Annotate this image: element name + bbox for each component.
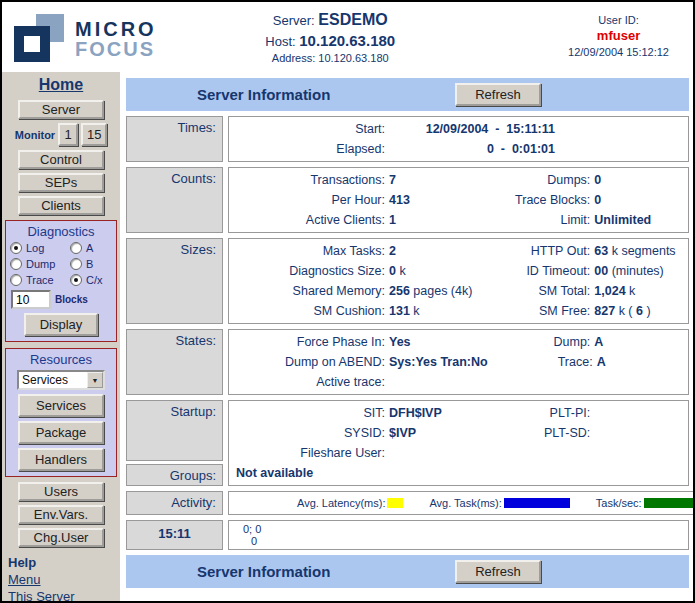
task-sec-swatch (644, 498, 693, 508)
field-value: 1 (389, 213, 396, 227)
field-label: Active trace: (235, 375, 385, 389)
seps-button[interactable]: SEPs (18, 173, 104, 192)
radio-trace-label: Trace (26, 274, 54, 286)
field-value: $IVP (389, 426, 416, 440)
row-history: 15:110; 00 (126, 520, 689, 550)
resources-select[interactable]: Services ▼ (17, 370, 105, 390)
radio-log-icon[interactable] (10, 242, 22, 254)
field-line: Transactions:7Dumps:0 (235, 170, 682, 190)
info-rows: Times:Start:12/09/2004 - 15:11:11Elapsed… (126, 116, 689, 555)
radio-trace[interactable]: Trace (10, 274, 70, 286)
envvars-button[interactable]: Env.Vars. (18, 505, 104, 524)
field-value: 0 (389, 264, 396, 278)
field-value: 12/09/2004 - 15:11:11 (426, 122, 555, 136)
field-value: Unlimited (594, 213, 651, 227)
blocks-input[interactable] (11, 290, 51, 309)
monitor-1-button[interactable]: 1 (58, 123, 78, 146)
field-line: Force Phase In:YesDump:A (235, 332, 682, 352)
row-states: States:Force Phase In:YesDump:ADump on A… (126, 329, 689, 395)
times-label: Times: (126, 116, 223, 162)
row-counts-content: Transactions:7Dumps:0Per Hour:413Trace B… (228, 167, 689, 233)
field-value: 00 (594, 264, 608, 278)
field-value-group: 1 (385, 213, 396, 227)
radio-cx-label: C/x (86, 274, 103, 286)
field-value-group: 0 (590, 173, 601, 187)
clients-button[interactable]: Clients (18, 196, 104, 215)
control-button[interactable]: Control (18, 150, 104, 169)
task-sec-legend: Task/sec: (596, 497, 693, 509)
field-label: HTTP Out: (485, 244, 590, 258)
radio-dump-icon[interactable] (10, 258, 22, 270)
header: MICRO FOCUS Server: ESDEMO Host: 10.120.… (2, 2, 693, 72)
services-button[interactable]: Services (18, 394, 104, 417)
host-line: Host: 10.120.63.180 (265, 32, 395, 49)
field-value: k (410, 304, 420, 318)
menu-link[interactable]: Menu (8, 572, 41, 587)
this-server-link[interactable]: This Server (8, 589, 74, 601)
handlers-button[interactable]: Handlers (18, 448, 104, 471)
chevron-down-icon[interactable]: ▼ (87, 372, 103, 388)
field-value: 256 (389, 284, 410, 298)
resources-panel: Resources Services ▼ Services Package Ha… (5, 348, 117, 477)
package-button[interactable]: Package (18, 421, 104, 444)
radio-cx[interactable]: C/x (70, 274, 112, 286)
sidebar: Home Server Monitor 1 15 Control SEPs Cl… (2, 72, 120, 601)
users-button[interactable]: Users (18, 482, 104, 501)
server-button[interactable]: Server (18, 100, 104, 119)
address-line: Address: 10.120.63.180 (265, 52, 395, 64)
field-label: PLT-SD: (485, 426, 590, 440)
radio-dump-label: Dump (26, 258, 55, 270)
login-timestamp: 12/09/2004 15:12:12 (568, 46, 669, 58)
logo-text-focus: FOCUS (75, 39, 157, 59)
field-value-group: 12/09/2004 - 15:11:11 (385, 122, 555, 136)
field-value: A (597, 355, 606, 369)
field-value-group: 1,024 k (590, 284, 635, 298)
logo-square-dark (14, 26, 50, 62)
radio-cx-icon[interactable] (70, 274, 82, 286)
avg-task-legend: Avg. Task(ms): (429, 497, 569, 509)
avg-latency-legend: Avg. Latency(ms): (297, 497, 403, 509)
field-line: Per Hour:413Trace Blocks:0 (235, 190, 682, 210)
field-line: Start:12/09/2004 - 15:11:11 (235, 119, 682, 139)
startup-label: Startup: (126, 400, 223, 461)
field-value: DFH$IVP (389, 406, 442, 420)
sizes-label: Sizes: (126, 238, 223, 324)
field-value: k ( (615, 304, 636, 318)
field-value-group: 0 k (385, 264, 406, 278)
field-label: SM Free: (485, 304, 590, 318)
radio-trace-icon[interactable] (10, 274, 22, 286)
field-value-group: 7 (385, 173, 396, 187)
radio-a[interactable]: A (70, 242, 112, 254)
row-sizes-content: Max Tasks:2HTTP Out:63 k segmentsDiagnos… (228, 238, 689, 324)
user-id-label: User ID: (568, 14, 669, 26)
refresh-button-top[interactable]: Refresh (455, 83, 541, 106)
server-label: Server: (273, 13, 315, 28)
field-value: 0 (594, 173, 601, 187)
radio-dump[interactable]: Dump (10, 258, 70, 270)
display-button[interactable]: Display (24, 313, 98, 336)
refresh-button-bottom[interactable]: Refresh (455, 560, 541, 583)
radio-a-icon[interactable] (70, 242, 82, 254)
field-value: 7 (389, 173, 396, 187)
field-value-group: 131 k (385, 304, 420, 318)
field-label: ID Timeout: (485, 264, 590, 278)
field-line: SM Cushion:131 kSM Free:827 k ( 6 ) (235, 301, 682, 321)
field-value-group: 0 (590, 193, 601, 207)
server-line: Server: ESDEMO (265, 11, 395, 29)
radio-log[interactable]: Log (10, 242, 70, 254)
field-label: Dump on ABEND: (235, 355, 385, 369)
field-label: Elapsed: (235, 142, 385, 156)
field-label: Trace Blocks: (485, 193, 590, 207)
radio-b[interactable]: B (70, 258, 112, 270)
row-startup-labels: Startup:Groups: (126, 400, 223, 486)
field-line: Elapsed:0 - 0:01:01 (235, 139, 682, 159)
field-label: SIT: (235, 406, 385, 420)
home-link[interactable]: Home (39, 76, 83, 94)
field-line: Diagnostics Size:0 kID Timeout:00 (minut… (235, 261, 682, 281)
field-value: 827 (594, 304, 615, 318)
field-value: 131 (389, 304, 410, 318)
chguser-button[interactable]: Chg.User (18, 528, 104, 547)
monitor-15-button[interactable]: 15 (81, 123, 107, 146)
host-label: Host: (265, 34, 295, 49)
radio-b-icon[interactable] (70, 258, 82, 270)
